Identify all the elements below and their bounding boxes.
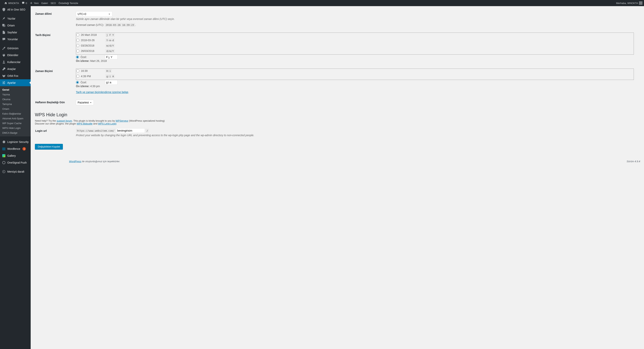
submenu-akismet[interactable]: Akismet Anti-Spam [0,116,31,121]
brush-icon [2,46,6,50]
wpserveur-link[interactable]: WPServeur [116,119,128,122]
pin-icon [2,17,6,20]
avatar-icon [639,1,642,5]
date-format-code: m/d/Y [106,44,115,47]
settings-submenu: Genel Yazma Okuma Tartışma Ortam Kalıcı … [0,86,31,136]
user-icon [2,60,6,64]
wps-help: Need help? Try the support forum. This p… [35,119,636,122]
wps-limit-link[interactable]: WPS Limit Login [98,122,116,125]
menu-gallery[interactable]: Gallery [0,152,31,159]
time-format-text: 16:39 [81,69,104,72]
time-preview: Ön izleme: 4:39 pm [76,85,634,88]
time-format-radio[interactable] [76,75,79,78]
format-doc-link[interactable]: Tarih ve zaman biçimlendirme üzerine bel… [76,91,128,94]
menu-pages[interactable]: Sayfalar [0,29,31,36]
time-format-code: H:i [106,69,112,73]
timezone-desc: Sizinle aynı zaman diliminde olan bir şe… [76,17,634,20]
menu-aioseo[interactable]: All in One SEO [0,6,31,13]
utc-time: Evrensel zaman (UTC): 2018-03-26 16:39:2… [76,23,634,26]
menu-onesignal[interactable]: OneSignal Push [0,159,31,166]
menu-tools[interactable]: Araçlar [0,65,31,72]
menu-loginizer[interactable]: Loginizer Security [0,138,31,145]
date-format-text: 26/03/2018 [81,49,104,52]
time-custom-input[interactable] [105,80,118,85]
shield-icon [2,8,6,11]
footer-left: WordPress ile oluşturduğunuz için teşekk… [69,160,120,163]
support-forum-link[interactable]: support forum [56,119,72,122]
date-format-radio[interactable] [76,39,79,42]
login-url-input[interactable] [116,128,145,133]
wordpress-link[interactable]: WordPress [69,160,81,163]
submenu-general[interactable]: Genel [0,87,31,92]
admin-sidebar: All in One SEO Yazılar Ortam Sayfalar Yo… [0,6,31,166]
submenu-wpsc[interactable]: WP Super Cache [0,121,31,126]
weekstart-label: Haftanın Başladığı Gün [35,97,74,108]
footer-version: Sürüm 4.9.4 [626,160,640,163]
submenu-permalinks[interactable]: Kalıcı Bağlantılar [0,111,31,116]
date-format-text: 26 Mart 2018 [81,33,104,36]
gallery-icon [2,154,6,158]
date-format-code: d/m/Y [106,49,115,53]
date-custom-input[interactable] [105,55,118,59]
date-format-radio[interactable] [76,33,79,36]
wrench-icon [2,67,6,71]
date-format-label: Tarih Biçimi [35,30,74,65]
menu-posts[interactable]: Yazılar [0,15,31,22]
bell-icon [2,161,6,165]
comment-icon [2,37,6,41]
site-link[interactable]: WNOKTA [4,1,19,4]
sliders-icon [2,81,6,85]
gear-icon [2,140,6,144]
date-custom-radio[interactable] [76,55,79,59]
menu-comments[interactable]: Yorumlar [0,36,31,43]
submenu-dmca[interactable]: DMCA Badge [0,130,31,135]
comments-link[interactable]: 0 [22,1,27,4]
weekstart-select[interactable]: Pazartesi [76,100,94,105]
gallery-link[interactable]: Galeri [41,2,48,4]
my-account[interactable]: Merhaba, WNOKTA [616,1,642,5]
time-format-radio[interactable] [76,69,79,72]
login-url-label: Login url [35,125,74,140]
plug-icon [2,53,6,57]
menu-orbitfox[interactable]: Orbit Fox [0,72,31,79]
update-badge: 1 [22,147,26,151]
admin-toolbar: WNOKTA 0 Yeni Galeri SEO Önbelleği Temiz… [0,0,644,6]
menu-settings[interactable]: Ayarlar [0,79,31,86]
new-content[interactable]: Yeni [30,1,38,4]
fox-icon [2,74,6,78]
submenu-discussion[interactable]: Tartışma [0,102,31,106]
timezone-label: Zaman dilimi [35,8,74,29]
date-format-code: Y-m-d [106,38,115,42]
menu-wordfence[interactable]: Wordfence1 [0,145,31,152]
wps-discover: Discover our other plugins: the plugin W… [35,122,636,125]
submenu-wps[interactable]: WPS Hide Login [0,126,31,130]
time-format-text: 4:39 PM [81,75,104,78]
menu-plugins[interactable]: Eklentiler [0,52,31,59]
svg-point-0 [2,161,5,164]
save-button[interactable]: Değişiklikleri Kaydet [35,144,63,149]
date-format-radio[interactable] [76,49,79,52]
menu-appearance[interactable]: Görünüm [0,45,31,52]
submenu-reading[interactable]: Okuma [0,97,31,102]
date-format-text: 2018-03-26 [81,39,104,42]
time-custom-radio[interactable] [76,81,79,84]
wps-bidouille-link[interactable]: WPS Bidouille [77,122,92,125]
submenu-media[interactable]: Ortam [0,106,31,111]
timezone-select[interactable]: UTC+0 [76,11,112,17]
time-format-label: Zaman Biçimi [35,66,74,96]
date-format-code: j F Y [106,33,115,37]
date-preview: Ön izleme: Mart 26, 2018 [76,59,634,62]
menu-users[interactable]: Kullanıcılar [0,59,31,65]
wps-title: WPS Hide Login [35,112,636,117]
login-url-desc: Protect your website by changing the log… [76,134,634,137]
login-url-suffix: / [146,129,149,133]
date-format-radio[interactable] [76,44,79,47]
login-url-prefix: https://www.websitem.com/ [76,129,116,133]
date-format-text: 03/26/2018 [81,44,104,47]
page-icon [2,30,6,34]
seo-link[interactable]: SEO [50,2,56,4]
submenu-writing[interactable]: Yazma [0,92,31,97]
menu-media[interactable]: Ortam [0,22,31,29]
cache-clear[interactable]: Önbelleği Temizle [58,2,78,4]
media-icon [2,23,6,27]
